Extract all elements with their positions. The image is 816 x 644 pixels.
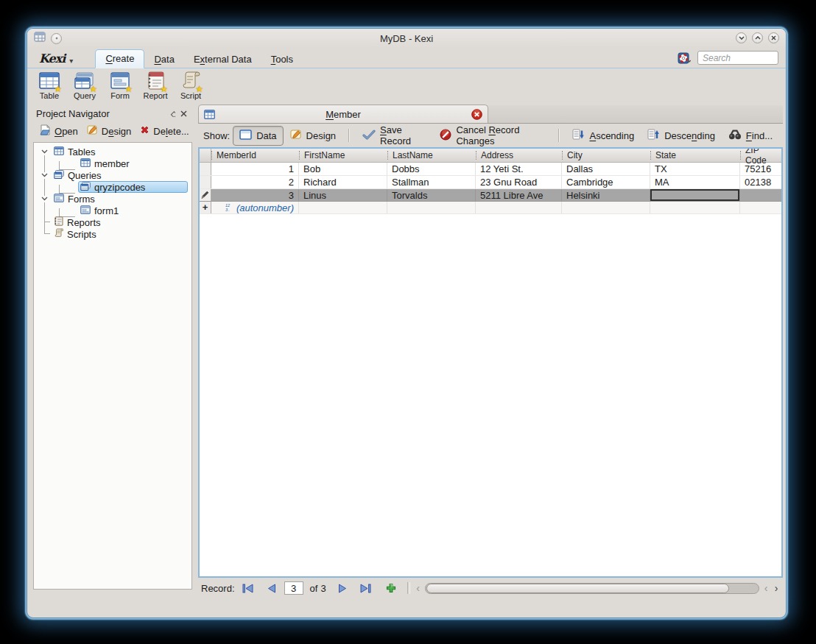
new-query-button[interactable]: ★ Query xyxy=(70,70,99,102)
next-record-button[interactable] xyxy=(334,581,351,595)
column-header-firstname[interactable]: FirstName xyxy=(299,149,387,162)
tree-item-scripts[interactable]: Scripts xyxy=(37,228,190,240)
minimize-button[interactable] xyxy=(736,32,747,43)
cell[interactable]: Dobbs xyxy=(387,163,476,175)
cell[interactable]: Richard xyxy=(299,176,387,188)
scroll-left-icon[interactable]: ‹ xyxy=(762,583,770,593)
cell[interactable]: 23 Gnu Road xyxy=(476,176,562,188)
data-view-button[interactable]: Data xyxy=(233,126,283,146)
close-tab-icon[interactable] xyxy=(471,109,482,120)
cell-focused[interactable] xyxy=(650,189,740,201)
scrollbar-thumb[interactable] xyxy=(426,584,730,593)
column-header-city[interactable]: City xyxy=(562,149,650,162)
row-marker[interactable] xyxy=(200,163,211,175)
new-script-button[interactable]: ★ Script xyxy=(176,70,205,102)
cell[interactable] xyxy=(650,202,740,213)
cell[interactable]: 12 Yeti St. xyxy=(476,163,562,175)
table-row: 2 Richard Stallman 23 Gnu Road Cambridge… xyxy=(200,176,781,189)
tab-external-data[interactable]: External Data xyxy=(184,51,261,68)
cell[interactable]: 3 xyxy=(211,189,299,201)
cell[interactable] xyxy=(740,189,781,201)
window-menu-button[interactable] xyxy=(51,33,62,44)
tree-item-tables[interactable]: Tables xyxy=(37,146,190,158)
column-header-address[interactable]: Address xyxy=(476,149,562,162)
tree-item-forms[interactable]: Forms xyxy=(37,193,190,205)
table-row: 1 Bob Dobbs 12 Yeti St. Dallas TX 75216 xyxy=(200,163,781,176)
kexi-logo-menu[interactable]: Kexi xyxy=(39,52,65,66)
tab-member[interactable]: Member xyxy=(198,105,488,123)
tree-item-form1[interactable]: form1 xyxy=(37,205,190,216)
grid-corner-cell[interactable] xyxy=(200,149,211,162)
current-record-input[interactable]: 3 xyxy=(284,581,303,595)
tree-item-qryzipcodes[interactable]: qryzipcodes xyxy=(37,181,190,193)
tab-data[interactable]: Data xyxy=(144,51,183,68)
collapse-arrow-icon[interactable] xyxy=(37,149,52,155)
cell-autonumber[interactable]: 123.. (autonumber) xyxy=(211,202,299,213)
cancel-icon xyxy=(440,129,451,143)
svg-text:3..: 3.. xyxy=(225,207,230,211)
scroll-left-icon[interactable]: ‹ xyxy=(415,583,422,593)
float-panel-icon[interactable] xyxy=(166,107,177,119)
design-button[interactable]: Design xyxy=(82,123,136,139)
new-form-button[interactable]: ★ Form xyxy=(105,70,135,102)
cell[interactable]: 02138 xyxy=(740,176,781,188)
close-button[interactable] xyxy=(768,32,779,43)
first-record-button[interactable] xyxy=(239,581,257,595)
tab-tools[interactable]: Tools xyxy=(261,51,303,68)
tree-item-reports[interactable]: Reports xyxy=(37,216,190,228)
row-marker[interactable] xyxy=(200,176,211,188)
column-header-state[interactable]: State xyxy=(650,149,740,162)
cell[interactable]: Helsinki xyxy=(562,189,650,201)
column-header-lastname[interactable]: LastName xyxy=(387,149,476,162)
row-marker-editing[interactable] xyxy=(200,189,211,201)
cell[interactable]: MA xyxy=(650,176,740,188)
new-table-button[interactable]: ★ Table xyxy=(35,70,64,102)
cell[interactable]: TX xyxy=(650,163,740,175)
open-button[interactable]: Open xyxy=(35,123,82,139)
search-input[interactable] xyxy=(697,51,778,65)
help-menu-icon[interactable] xyxy=(678,52,691,64)
sort-descending-button[interactable]: Descending xyxy=(641,125,722,146)
column-header-memberid[interactable]: MemberId xyxy=(211,149,299,162)
row-marker-new[interactable]: + xyxy=(200,202,211,213)
new-badge-icon: ★ xyxy=(124,85,133,93)
add-record-button[interactable] xyxy=(382,581,400,595)
last-record-button[interactable] xyxy=(357,581,375,595)
cell[interactable]: 2 xyxy=(211,176,299,188)
cell[interactable]: 1 xyxy=(211,163,299,175)
cell[interactable]: Stallman xyxy=(387,176,476,188)
maximize-button[interactable] xyxy=(752,32,763,43)
delete-button[interactable]: Delete... xyxy=(136,124,193,138)
find-button[interactable]: Find... xyxy=(722,126,779,146)
view-toolbar: Show: Data Design Save Record Cancel Rec… xyxy=(198,124,783,147)
scrollbar-track[interactable] xyxy=(425,583,759,594)
scroll-right-icon[interactable]: › xyxy=(773,583,780,593)
cell[interactable] xyxy=(562,202,650,213)
tree-item-member[interactable]: member xyxy=(37,158,190,169)
cell[interactable]: Cambridge xyxy=(562,176,650,188)
tab-create[interactable]: Create xyxy=(95,49,144,68)
cell[interactable]: Torvalds xyxy=(387,189,476,201)
delete-x-icon xyxy=(140,125,150,137)
cell[interactable]: Linus xyxy=(299,189,387,201)
cell[interactable] xyxy=(299,202,387,213)
collapse-arrow-icon[interactable] xyxy=(37,196,52,202)
new-report-button[interactable]: ★ Report xyxy=(141,70,170,102)
cell[interactable]: Bob xyxy=(299,163,387,175)
design-view-button[interactable]: Design xyxy=(284,125,342,146)
close-panel-icon[interactable] xyxy=(177,107,189,119)
cell[interactable]: Dallas xyxy=(562,163,650,175)
kexi-logo-caret-icon: ▾ xyxy=(69,57,73,65)
cell[interactable] xyxy=(387,202,476,213)
cell[interactable] xyxy=(476,202,562,213)
cell[interactable] xyxy=(740,202,781,213)
cancel-record-changes-button[interactable]: Cancel Record Changes xyxy=(433,121,552,150)
save-record-button[interactable]: Save Record xyxy=(356,121,433,150)
previous-record-button[interactable] xyxy=(263,581,281,595)
sort-ascending-button[interactable]: Ascending xyxy=(566,125,641,146)
tree-item-queries[interactable]: Queries xyxy=(37,169,190,181)
column-header-zipcode[interactable]: ZIP Code xyxy=(740,149,781,162)
collapse-arrow-icon[interactable] xyxy=(37,172,52,179)
grip-separator[interactable] xyxy=(407,582,410,594)
cell[interactable]: 5211 Libre Ave xyxy=(476,189,562,201)
